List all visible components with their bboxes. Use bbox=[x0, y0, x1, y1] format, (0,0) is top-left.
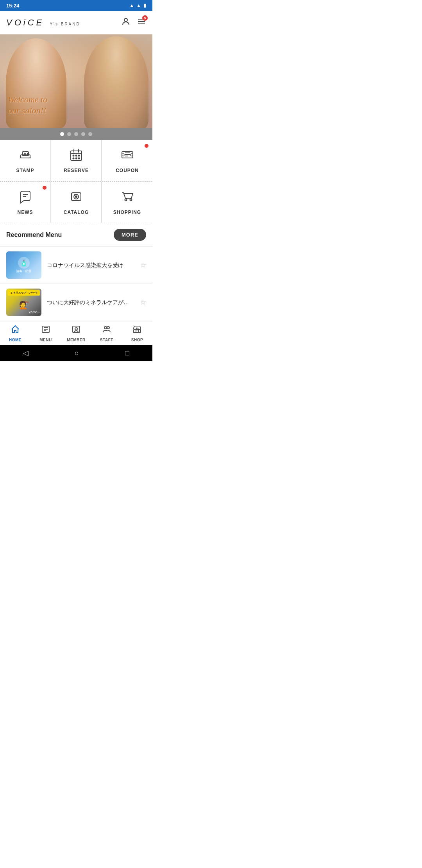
time: 15:24 bbox=[6, 3, 19, 9]
android-nav-bar: ◁ ○ □ bbox=[0, 345, 152, 361]
thumb1-icon: 🧴 bbox=[18, 257, 30, 269]
figure-right bbox=[84, 36, 148, 128]
svg-point-44 bbox=[107, 326, 109, 329]
coupon-notification-dot bbox=[145, 144, 148, 148]
grid-menu-row1: STAMP RESERVE bbox=[0, 140, 152, 181]
catalog-label: CATALOG bbox=[64, 210, 89, 215]
thumb2-label: ミネラルケア・パーマ bbox=[8, 290, 40, 296]
svg-point-0 bbox=[124, 18, 127, 22]
news-thumb-1: 🧴 消毒・防菌 bbox=[6, 251, 41, 279]
signal-icon: ▲ bbox=[136, 3, 141, 8]
staff-nav-icon bbox=[102, 325, 111, 336]
news-label: NEWS bbox=[18, 210, 33, 215]
app-header: VOiCE Y's BRAND N bbox=[0, 11, 152, 34]
status-icons: ▲ ▲ ▮ bbox=[129, 3, 146, 8]
svg-point-28 bbox=[131, 154, 133, 156]
logo-text: VOiCE Y's BRAND bbox=[6, 18, 80, 27]
news-thumb-2: ミネラルケア・パーマ 💇 ¥2,000〜 bbox=[6, 289, 41, 316]
battery-icon: ▮ bbox=[143, 3, 146, 8]
shopping-icon bbox=[120, 190, 134, 206]
home-nav-label: HOME bbox=[9, 338, 21, 342]
nav-item-member[interactable]: MEMBER bbox=[61, 325, 91, 342]
notification-badge: N bbox=[142, 15, 148, 21]
dot-5[interactable] bbox=[88, 132, 92, 136]
android-back[interactable]: ◁ bbox=[23, 349, 29, 357]
svg-point-18 bbox=[73, 158, 74, 159]
grid-item-coupon[interactable]: COUPON bbox=[102, 140, 152, 181]
member-nav-icon bbox=[72, 325, 81, 336]
android-recent[interactable]: □ bbox=[125, 349, 129, 357]
dot-2[interactable] bbox=[67, 132, 71, 136]
member-nav-label: MEMBER bbox=[67, 338, 85, 342]
coupon-label: COUPON bbox=[116, 168, 139, 173]
svg-point-15 bbox=[73, 155, 74, 156]
welcome-line2: our salon!! bbox=[8, 105, 47, 117]
news-notification-dot bbox=[43, 186, 46, 190]
shopping-label: SHOPPING bbox=[113, 210, 141, 215]
carousel-dots bbox=[0, 128, 152, 140]
android-home[interactable]: ○ bbox=[75, 349, 79, 357]
news-item-2[interactable]: ミネラルケア・パーマ 💇 ¥2,000〜 ついに大好評のミネラルケアが… ☆ bbox=[0, 284, 152, 321]
news-text-2: ついに大好評のミネラルケアが… bbox=[47, 298, 134, 307]
nav-item-staff[interactable]: STAFF bbox=[91, 325, 122, 342]
header-icons: N bbox=[121, 17, 146, 29]
thumb1-text: 消毒・防菌 bbox=[16, 269, 32, 273]
star-icon-2[interactable]: ☆ bbox=[140, 298, 146, 307]
stamp-label: STAMP bbox=[16, 168, 34, 173]
hero-banner: Welcome to our salon!! bbox=[0, 34, 152, 128]
thumb2-price: ¥2,000〜 bbox=[29, 310, 40, 314]
nav-item-shop[interactable]: SHOP bbox=[122, 325, 152, 342]
news-icon bbox=[18, 190, 32, 206]
svg-point-33 bbox=[75, 196, 77, 197]
dot-3[interactable] bbox=[74, 132, 78, 136]
shop-nav-icon bbox=[132, 325, 142, 336]
recommend-section: Recommend Menu MORE bbox=[0, 223, 152, 247]
catalog-icon bbox=[69, 190, 83, 206]
hero-welcome-text: Welcome to our salon!! bbox=[8, 94, 47, 117]
recommend-title: Recommend Menu bbox=[6, 231, 62, 239]
dot-1[interactable] bbox=[60, 132, 64, 136]
svg-point-34 bbox=[74, 195, 75, 195]
svg-point-27 bbox=[122, 154, 124, 156]
home-nav-icon bbox=[11, 325, 20, 336]
svg-point-17 bbox=[79, 155, 80, 156]
bottom-nav: HOME MENU MEMBER bbox=[0, 321, 152, 345]
reserve-label: RESERVE bbox=[64, 168, 89, 173]
menu-nav-icon bbox=[41, 325, 50, 336]
grid-item-news[interactable]: NEWS bbox=[0, 182, 51, 223]
grid-menu-row2: NEWS CATALOG SHOPPING bbox=[0, 181, 152, 223]
svg-point-19 bbox=[76, 158, 77, 159]
news-item-1[interactable]: 🧴 消毒・防菌 コロナウイルス感染拡大を受け ☆ bbox=[0, 247, 152, 284]
news-text-1: コロナウイルス感染拡大を受け bbox=[47, 261, 134, 269]
dot-4[interactable] bbox=[81, 132, 85, 136]
stamp-icon bbox=[18, 148, 32, 165]
coupon-icon bbox=[120, 148, 134, 165]
menu-nav-label: MENU bbox=[39, 338, 52, 342]
staff-nav-label: STAFF bbox=[100, 338, 113, 342]
svg-point-36 bbox=[130, 199, 132, 201]
shop-nav-label: SHOP bbox=[131, 338, 143, 342]
svg-point-35 bbox=[125, 199, 127, 201]
wifi-icon: ▲ bbox=[129, 3, 134, 8]
svg-point-16 bbox=[76, 155, 77, 156]
svg-point-43 bbox=[104, 326, 107, 329]
nav-item-menu[interactable]: MENU bbox=[30, 325, 61, 342]
svg-rect-41 bbox=[73, 326, 80, 332]
grid-item-shopping[interactable]: SHOPPING bbox=[102, 182, 152, 223]
status-bar: 15:24 ▲ ▲ ▮ bbox=[0, 0, 152, 11]
grid-item-stamp[interactable]: STAMP bbox=[0, 140, 51, 181]
welcome-line1: Welcome to bbox=[8, 94, 47, 106]
svg-point-20 bbox=[79, 158, 80, 159]
svg-point-42 bbox=[75, 328, 77, 330]
grid-item-reserve[interactable]: RESERVE bbox=[51, 140, 102, 181]
svg-rect-45 bbox=[136, 330, 138, 332]
more-button[interactable]: MORE bbox=[114, 229, 146, 241]
logo: VOiCE Y's BRAND bbox=[6, 18, 80, 28]
profile-icon[interactable] bbox=[121, 17, 131, 29]
reserve-icon bbox=[69, 148, 83, 165]
thumb2-icon: 💇 bbox=[19, 300, 29, 310]
grid-item-catalog[interactable]: CATALOG bbox=[51, 182, 102, 223]
nav-item-home[interactable]: HOME bbox=[0, 325, 30, 342]
star-icon-1[interactable]: ☆ bbox=[140, 261, 146, 269]
menu-hamburger-icon[interactable]: N bbox=[137, 17, 146, 29]
